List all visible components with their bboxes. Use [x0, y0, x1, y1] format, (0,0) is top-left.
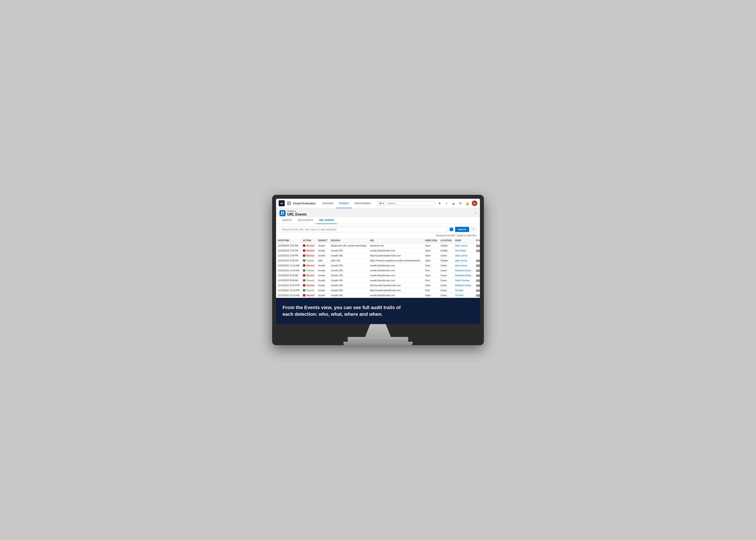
nav-tab-analytics[interactable]: Analytics — [336, 199, 352, 208]
plus-icon[interactable]: + — [444, 201, 449, 205]
cell-action: ✓ Passed — [301, 288, 316, 293]
page-title: URL Events — [287, 212, 307, 216]
svg-rect-1 — [283, 212, 284, 213]
app-logo[interactable]: w/ — [279, 200, 285, 206]
tab-url-events[interactable]: URL EVENTS — [316, 217, 337, 224]
search-info-icon[interactable]: i — [449, 227, 453, 231]
cell-ip: ███.███.███.██ — [474, 278, 480, 283]
refresh-button[interactable]: ↻ — [471, 226, 476, 232]
user-link[interactable]: Tom Ripley — [455, 249, 466, 252]
tab-file-events[interactable]: FILE EVENTS — [295, 217, 316, 224]
nav-tab-summary[interactable]: Summary — [320, 199, 336, 208]
user-link[interactable]: Siddartha Neda... — [455, 274, 473, 277]
table-row: 12/20/2022 11:10 AM ! Blocked Unsafe Uns… — [276, 263, 480, 268]
cell-user: Jake Llorrac — [453, 258, 474, 263]
cloud-icon[interactable]: ☁ — [451, 201, 456, 205]
col-location: LOCATION — [439, 238, 453, 243]
user-link[interactable]: Jake Llorrac — [455, 259, 467, 262]
cell-datetime: 12/19/2022 8:48 AM — [276, 278, 301, 283]
cell-direction: Post — [423, 268, 439, 273]
result-count: Showing 20 of 1225 · Sorted by Date/Time — [276, 234, 480, 238]
svg-rect-2 — [281, 213, 282, 215]
cell-user: Tim Barr — [453, 293, 474, 298]
table-container: DATE/TIME ↓ ACTION VERDICT REASON URL DI… — [276, 238, 480, 298]
stand-base — [348, 337, 408, 342]
cell-verdict: Safe — [316, 258, 329, 263]
cell-verdict: Unsafe — [316, 248, 329, 253]
cell-location: Cases — [439, 268, 453, 273]
user-link[interactable]: Siddartha Neda... — [455, 284, 473, 287]
cell-url: https://f-secure-capdemo.my.site.com/new… — [368, 258, 423, 263]
cell-user: Jake Llorrac — [453, 243, 474, 248]
search-bar-area: i Search ↻ — [276, 224, 480, 234]
cell-url: http://unsafe.fstestdomain.com — [368, 253, 423, 258]
stand-bottom — [343, 342, 413, 345]
grid-icon[interactable] — [287, 201, 292, 206]
cell-user: Jake Llorrac — [453, 253, 474, 258]
cell-ip — [474, 253, 480, 258]
cell-url: unsafe.fstestdomain.com — [368, 293, 423, 298]
user-link[interactable]: Tim Barr — [455, 294, 464, 297]
gear-icon[interactable]: ⚙ — [458, 201, 463, 205]
top-nav-icons: ★ + ☁ ⚙ 🔔 JL — [437, 201, 477, 206]
table-row: 12/20/2022 11:06 AM ✓ Passed Unsafe Unsa… — [276, 268, 480, 273]
cell-verdict: Unsafe — [316, 283, 329, 288]
cell-url: unsafe.fstestdomain.com — [368, 268, 423, 273]
avatar[interactable]: JL — [472, 201, 477, 206]
col-user: USER — [453, 238, 474, 243]
cell-action: ✓ Passed — [301, 278, 316, 283]
cell-url: unsafe.fstestdomain.com — [368, 278, 423, 283]
search-button[interactable]: Search — [455, 227, 469, 232]
monitor-stand — [276, 324, 480, 345]
user-link[interactable]: Jake Llorrac — [455, 244, 467, 247]
table-row: 12/20/2022 2:49 PM ! Blocked Unsafe Unsa… — [276, 248, 480, 253]
cell-direction: Post — [423, 278, 439, 283]
search-input-wrap — [280, 226, 448, 232]
star-icon[interactable]: ★ — [437, 201, 442, 205]
cell-direction: Post — [423, 288, 439, 293]
user-link[interactable]: Stella Pavlova — [455, 279, 469, 282]
col-direction: DIRECTION — [423, 238, 439, 243]
cell-direction: Open — [423, 283, 439, 288]
cell-location: Cases — [439, 253, 453, 258]
tab-alerts[interactable]: ALERTS — [280, 217, 295, 224]
nav-tab-administration[interactable]: Administration — [352, 199, 373, 208]
user-link[interactable]: Jake Llorrac — [455, 254, 467, 257]
search-scope-selector[interactable]: All ▾ — [377, 201, 386, 206]
user-link[interactable]: Jake Llorrac — [455, 264, 467, 267]
cell-datetime: 12/20/2022 2:49 PM — [276, 253, 301, 258]
user-link[interactable]: Siddartha Neda... — [455, 269, 473, 272]
global-search-input[interactable] — [386, 201, 435, 205]
cell-ip: ███.███.███.██ — [474, 273, 480, 278]
bell-icon[interactable]: 🔔 — [465, 201, 469, 205]
ip-address: ███.███.███.███ — [476, 284, 480, 287]
cell-datetime: 12/15/2022 12:19 PM — [276, 288, 301, 293]
col-url: URL — [368, 238, 423, 243]
cell-ip: ███.███.███.██ — [474, 268, 480, 273]
table-row: 12/20/2022 2:49 PM ! Blocked Unsafe Unsa… — [276, 253, 480, 258]
app-name: Cloud Protection — [293, 202, 315, 205]
cell-user: Jake Llorrac — [453, 263, 474, 268]
cell-url: http://unsafe.fstestdomain.com — [368, 288, 423, 293]
breadcrumb-section: Analytics URL Events — [280, 210, 307, 216]
cell-ip: ███.███.███.██ — [474, 248, 480, 253]
user-link[interactable]: Tim Barr — [455, 289, 464, 292]
cell-reason: Unsafe URL — [329, 273, 368, 278]
col-reason: REASON — [329, 238, 368, 243]
cell-location: Chatter — [439, 243, 453, 248]
cell-location: Chatter — [439, 258, 453, 263]
ip-address: ███.███.███.██ — [476, 259, 480, 262]
cell-ip: ███.███.███.██ — [474, 243, 480, 248]
cell-url: facebook.com — [368, 243, 423, 248]
table-header-row: DATE/TIME ↓ ACTION VERDICT REASON URL DI… — [276, 238, 480, 243]
edit-icon[interactable]: ✏ — [474, 212, 476, 215]
table-row: 12/15/2022 12:20 PM ! Blocked Unsafe Uns… — [276, 283, 480, 288]
cell-action: ! Blocked — [301, 263, 316, 268]
search-input[interactable] — [280, 226, 448, 232]
cell-datetime: 12/19/2022 8:50 AM — [276, 273, 301, 278]
ip-address: ███.███.███.██ — [476, 244, 480, 247]
cell-user: Siddartha Neda... — [453, 268, 474, 273]
col-datetime: DATE/TIME ↓ — [276, 238, 301, 243]
cell-location: Cases — [439, 278, 453, 283]
cell-datetime: 12/15/2022 10:33 AM — [276, 293, 301, 298]
